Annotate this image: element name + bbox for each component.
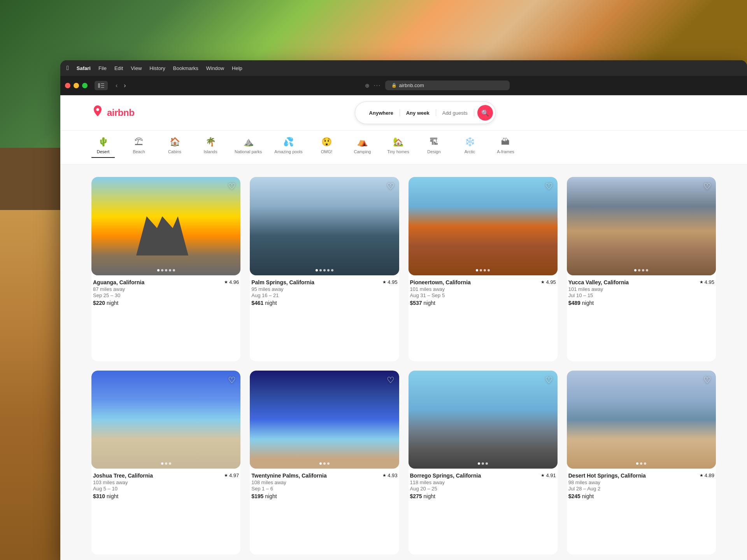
listing-title-row-8: Desert Hot Springs, California ★ 4.89 [568, 472, 714, 479]
listing-rating-1: ★ 4.96 [224, 279, 239, 285]
view-menu-item[interactable]: View [129, 65, 143, 72]
listing-card-1[interactable]: ♡ Aguanga, California ★ [91, 177, 240, 361]
history-menu-item[interactable]: History [148, 65, 167, 72]
category-beach[interactable]: ⛱ Beach [127, 137, 151, 158]
search-button[interactable]: 🔍 [477, 105, 493, 121]
dot-2-3 [323, 269, 326, 271]
wishlist-button-1[interactable]: ♡ [228, 182, 236, 192]
bookmarks-menu-item[interactable]: Bookmarks [172, 65, 200, 72]
listing-card-6[interactable]: ♡ Twentynine Palms, California ★ 4.93 [250, 371, 399, 555]
national-parks-icon: ⛰️ [243, 137, 254, 147]
anywhere-label: Anywhere [369, 110, 393, 116]
any-week-section[interactable]: Any week [400, 109, 436, 116]
edit-menu-item[interactable]: Edit [113, 65, 124, 72]
listing-dates-1: Sep 25 – 30 [93, 292, 239, 298]
dot-7-3 [486, 462, 488, 465]
wishlist-button-7[interactable]: ♡ [545, 375, 553, 385]
forward-button[interactable]: › [121, 80, 128, 91]
listing-dates-5: Aug 5 – 10 [93, 486, 239, 492]
listing-location-1: Aguanga, California [93, 279, 144, 285]
listing-card-3[interactable]: ♡ Pioneertown, California ★ 4.95 [409, 177, 558, 361]
star-icon-1: ★ [224, 280, 228, 285]
listing-image-2: ♡ [250, 177, 399, 275]
dot-6-3 [327, 462, 330, 465]
browser-content: airbnb Anywhere Any week Add guests 🔍 [60, 95, 747, 560]
listing-card-7[interactable]: ♡ Borrego Springs, California ★ 4.91 [409, 371, 558, 555]
listing-distance-8: 98 miles away [568, 480, 714, 485]
help-menu-item[interactable]: Help [230, 65, 244, 72]
category-desert[interactable]: 🌵 Desert [91, 137, 115, 158]
listing-rating-7: ★ 4.91 [541, 472, 556, 478]
dot-4-2 [638, 269, 640, 271]
heart-icon-1: ♡ [228, 182, 236, 191]
listing-card-4[interactable]: ♡ Yucca Valley, California ★ 4.95 [567, 177, 716, 361]
wishlist-button-2[interactable]: ♡ [387, 182, 395, 192]
dot-8-1 [636, 462, 638, 465]
file-menu-item[interactable]: File [97, 65, 108, 72]
listing-card-8[interactable]: ♡ Desert Hot Springs, California ★ 4.89 [567, 371, 716, 555]
dot-indicators-8 [636, 462, 646, 465]
star-icon-5: ★ [224, 473, 228, 478]
safari-menu-item[interactable]: Safari [75, 65, 92, 72]
category-national-parks[interactable]: ⛰️ National parks [235, 137, 262, 158]
category-design[interactable]: 🏗 Design [422, 137, 445, 158]
dot-2-4 [327, 269, 330, 271]
back-button[interactable]: ‹ [113, 80, 120, 91]
wishlist-button-5[interactable]: ♡ [228, 375, 236, 385]
listing-title-row-2: Palm Springs, California ★ 4.95 [251, 279, 397, 285]
omg-icon: 😲 [321, 137, 332, 147]
airbnb-logo[interactable]: airbnb [91, 105, 134, 121]
listing-card-5[interactable]: ♡ Joshua Tree, California ★ 4.97 [91, 371, 240, 555]
listing-location-7: Borrego Springs, California [410, 472, 481, 479]
category-cabins[interactable]: 🏠 Cabins [163, 137, 186, 158]
listing-price-5: $310 night [93, 493, 239, 499]
listing-distance-5: 103 miles away [93, 480, 239, 485]
search-bar[interactable]: Anywhere Any week Add guests 🔍 [355, 102, 496, 124]
wishlist-button-6[interactable]: ♡ [387, 375, 395, 385]
add-guests-section[interactable]: Add guests [436, 109, 474, 116]
category-omg[interactable]: 😲 OMG! [315, 137, 338, 158]
wishlist-button-4[interactable]: ♡ [703, 182, 711, 192]
close-button[interactable] [65, 83, 70, 88]
category-islands[interactable]: 🌴 Islands [199, 137, 222, 158]
camping-label: Camping [354, 149, 371, 154]
amazing-pools-label: Amazing pools [274, 149, 302, 154]
listing-image-5: ♡ [91, 371, 240, 469]
airbnb-logo-icon [91, 105, 104, 121]
listing-price-2: $461 night [251, 300, 397, 306]
listing-image-4: ♡ [567, 177, 716, 275]
apple-logo-icon:  [67, 65, 69, 72]
wishlist-button-8[interactable]: ♡ [703, 375, 711, 385]
window-menu-item[interactable]: Window [205, 65, 226, 72]
anywhere-section[interactable]: Anywhere [363, 109, 400, 116]
laptop-frame:  Safari File Edit View History Bookmark… [60, 60, 747, 560]
dot-3-3 [484, 269, 486, 271]
category-arctic[interactable]: ❄️ Arctic [458, 137, 481, 158]
listing-card-2[interactable]: ♡ Palm Springs, California ★ [250, 177, 399, 361]
listing-image-6: ♡ [250, 371, 399, 469]
listing-rating-4: ★ 4.95 [700, 279, 714, 285]
dot-1-2 [161, 269, 163, 271]
maximize-button[interactable] [82, 83, 88, 88]
address-bar[interactable]: 🔒 airbnb.com [385, 80, 510, 90]
cabins-label: Cabins [168, 149, 181, 154]
wishlist-button-3[interactable]: ♡ [545, 182, 553, 192]
dot-8-3 [644, 462, 646, 465]
star-icon-2: ★ [382, 280, 386, 285]
heart-icon-5: ♡ [228, 375, 236, 385]
category-camping[interactable]: ⛺ Camping [351, 137, 374, 158]
dot-5-3 [169, 462, 171, 465]
tiny-homes-icon: 🏡 [393, 137, 403, 147]
sidebar-toggle-button[interactable] [95, 81, 108, 90]
category-a-frames[interactable]: 🏔 A-frames [494, 137, 517, 158]
category-amazing-pools[interactable]: 💦 Amazing pools [274, 137, 302, 158]
a-frames-label: A-frames [497, 149, 514, 154]
category-tiny-homes[interactable]: 🏡 Tiny homes [386, 137, 410, 158]
share-icon[interactable]: ··· [374, 82, 381, 89]
star-icon-7: ★ [541, 473, 545, 478]
listing-dates-4: Jul 10 – 15 [568, 292, 714, 298]
listing-photo-7 [409, 371, 558, 469]
listing-title-row-6: Twentynine Palms, California ★ 4.93 [251, 472, 397, 479]
svg-rect-3 [101, 87, 104, 88]
minimize-button[interactable] [74, 83, 79, 88]
